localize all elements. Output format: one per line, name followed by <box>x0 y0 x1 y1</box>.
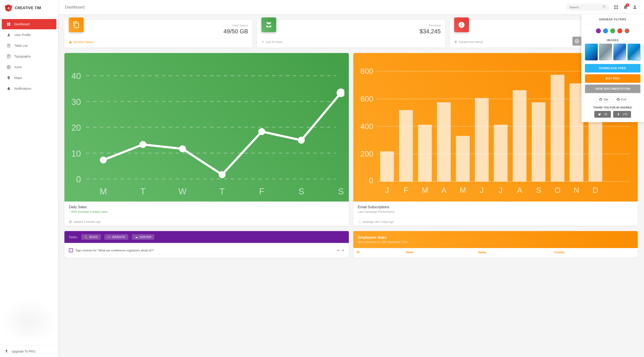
page-title: Dashboard <box>65 5 566 10</box>
chart-title: Email Subscriptions <box>358 205 633 209</box>
svg-text:30: 30 <box>71 97 81 107</box>
edit-icon[interactable]: ✏ <box>337 249 340 252</box>
github-fork-button[interactable]: Fork <box>614 97 629 102</box>
svg-text:0: 0 <box>76 174 81 184</box>
task-tab-bugs[interactable]: 🐛 BUGS <box>82 234 101 240</box>
svg-text:S: S <box>536 186 541 194</box>
svg-point-37 <box>219 171 226 178</box>
person-icon <box>6 32 11 37</box>
sidebar-item-user-profile[interactable]: User Profile <box>2 30 56 40</box>
stat-footer-text: Last 24 Hours <box>266 40 283 44</box>
chart-daily-sales: 40 30 20 10 0 <box>64 53 349 226</box>
sidebar-item-label: Notifications <box>14 87 31 90</box>
download-free-button[interactable]: DOWNLOAD FREE <box>585 64 640 72</box>
svg-rect-61 <box>418 124 432 182</box>
svg-point-23 <box>262 41 264 42</box>
stat-card-used-space: Used Space 49/50 GB Get More Space... <box>64 20 252 48</box>
stat-footer-text: Tracked from Github <box>459 40 483 44</box>
svg-rect-17 <box>614 5 616 7</box>
svg-text:D: D <box>592 186 598 194</box>
chart-title: Daily Sales <box>69 205 344 209</box>
chart-subtitle-text: Last Campaign Performance <box>358 210 395 214</box>
settings-icon <box>6 65 11 70</box>
sidebar-item-icons[interactable]: Icons <box>2 62 56 72</box>
bug-icon: 🐛 <box>84 235 88 239</box>
color-dot-blue[interactable] <box>603 28 608 33</box>
task-actions: ✏ ✕ <box>337 249 344 252</box>
github-star-label: Star <box>604 98 608 101</box>
chart-subtitle: ↑ 55% increase in today sales. <box>69 210 344 214</box>
header-actions: 5 <box>566 4 637 11</box>
sidebar: A CREATIVE TIM Dashboard User Profile Ta… <box>0 0 58 357</box>
task-tab-website[interactable]: <> WEBSITE <box>104 234 128 240</box>
svg-rect-18 <box>616 5 618 7</box>
svg-text:M: M <box>100 186 107 196</box>
sidebar-item-label: Icons <box>14 65 22 69</box>
color-dot-deep-orange[interactable] <box>624 28 630 33</box>
shares-text: THANK YOU FOR 80 SHARES! <box>582 104 644 111</box>
task-text: Sign contract for "What are conference o… <box>76 249 154 252</box>
filter-social: Star Fork <box>582 95 644 104</box>
stat-card-revenue: Revenue $34,245 Last 24 Hours <box>257 20 445 48</box>
delete-icon[interactable]: ✕ <box>342 249 344 252</box>
cloud-icon: ☁ <box>135 235 138 239</box>
sidebar-item-dashboard[interactable]: Dashboard <box>2 19 56 29</box>
col-country: Country <box>550 248 638 257</box>
svg-point-7 <box>8 34 10 35</box>
svg-point-21 <box>634 6 636 7</box>
notifications-button[interactable]: 5 <box>623 5 628 10</box>
svg-text:S: S <box>298 186 304 196</box>
color-dot-red[interactable] <box>618 28 622 33</box>
svg-text:A: A <box>8 6 10 10</box>
buy-pro-button[interactable]: BUY PRO <box>585 74 640 83</box>
stat-label: Used Space <box>232 24 248 27</box>
svg-point-16 <box>8 67 10 68</box>
chart-body: Daily Sales ↑ 55% increase in today sale… <box>64 202 349 218</box>
charts-row: 40 30 20 10 0 <box>64 53 638 226</box>
filter-image-1[interactable] <box>585 44 598 60</box>
stat-footer-text: Get More Space... <box>73 40 95 44</box>
svg-text:T: T <box>140 186 146 196</box>
filter-image-3[interactable] <box>613 44 626 60</box>
svg-text:J: J <box>480 186 484 194</box>
svg-point-84 <box>576 41 578 42</box>
tasks-label: Tasks: <box>69 235 78 239</box>
user-account-button[interactable] <box>632 5 637 10</box>
task-tab-label: BUGS <box>90 235 98 239</box>
task-checkbox[interactable]: ✓ <box>69 248 73 252</box>
employees-header: Employees Stats New employees on 15th Se… <box>353 231 638 248</box>
settings-tab-button[interactable] <box>572 37 582 46</box>
chart-footer: updated 4 minutes ago <box>64 218 349 226</box>
svg-text:M: M <box>460 186 466 194</box>
chart-subtitle-text: 55% increase in today sales. <box>71 210 108 214</box>
view-documentation-button[interactable]: VIEW DOCUMENTATION <box>585 84 640 93</box>
twitter-share-button[interactable]: · 20 <box>594 111 611 118</box>
sidebar-item-notifications[interactable]: Notifications <box>2 84 56 94</box>
color-dot-purple[interactable] <box>596 28 601 33</box>
task-tab-label: WEBSITE <box>112 235 126 239</box>
sidebar-item-maps[interactable]: Maps <box>2 73 56 83</box>
facebook-share-button[interactable]: · 270 <box>613 111 631 118</box>
main-content: Dashboard 5 <box>58 0 644 357</box>
color-dot-green[interactable] <box>610 28 615 33</box>
sidebar-item-typography[interactable]: Typography <box>2 51 56 62</box>
svg-rect-19 <box>614 8 616 9</box>
svg-point-39 <box>298 137 305 144</box>
sidebar-item-table-list[interactable]: Table List <box>2 40 56 51</box>
github-star-button[interactable]: Star <box>596 97 611 102</box>
filter-image-2[interactable] <box>599 44 612 60</box>
search-icon[interactable] <box>602 5 606 10</box>
table-row: ✓ Sign contract for "What are conference… <box>69 246 344 255</box>
grid-view-button[interactable] <box>614 5 618 10</box>
task-tab-server[interactable]: ☁ SERVER <box>132 234 154 240</box>
filter-image-4[interactable] <box>628 44 640 60</box>
col-id: ID <box>353 248 402 257</box>
svg-text:F: F <box>404 186 408 194</box>
chart-footer-text: campaign sent 2 days ago <box>362 220 394 224</box>
chart-body: Email Subscriptions Last Campaign Perfor… <box>353 202 638 218</box>
tasks-header: Tasks: 🐛 BUGS <> WEBSITE ☁ SERVER <box>64 231 349 243</box>
sidebar-footer-upgrade[interactable]: Upgrade To PRO <box>0 346 58 357</box>
svg-rect-63 <box>456 136 470 182</box>
search-input[interactable] <box>569 6 600 9</box>
svg-text:F: F <box>259 186 264 196</box>
